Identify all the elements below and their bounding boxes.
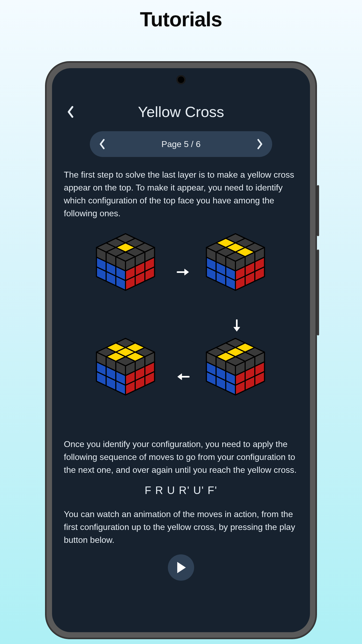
pager-next-button[interactable] xyxy=(254,139,265,149)
cube-config-2 xyxy=(195,228,276,315)
pager-pill: Page 5 / 6 xyxy=(90,131,272,157)
play-icon xyxy=(176,561,186,574)
play-button[interactable] xyxy=(168,554,194,581)
pager-label: Page 5 / 6 xyxy=(161,139,201,149)
front-camera xyxy=(176,75,186,84)
chevron-right-icon xyxy=(256,139,263,149)
screen-title: Yellow Cross xyxy=(64,103,298,120)
arrow-right-icon xyxy=(174,265,193,279)
cube-config-3 xyxy=(195,332,276,419)
play-hint-paragraph: You can watch an animation of the moves … xyxy=(64,508,298,546)
pager-prev-button[interactable] xyxy=(97,139,108,149)
algorithm-text: F R U R' U' F' xyxy=(64,484,298,496)
intro-paragraph: The first step to solve the last layer i… xyxy=(64,168,298,220)
instruction-paragraph: Once you identify your configuration, yo… xyxy=(64,438,298,476)
screen: Yellow Cross Page 5 / 6 The first step t… xyxy=(52,68,310,632)
cube-config-4 xyxy=(85,332,166,419)
app-header: Yellow Cross xyxy=(64,103,298,120)
phone-frame: Yellow Cross Page 5 / 6 The first step t… xyxy=(46,62,316,639)
page-heading: Tutorials xyxy=(0,8,362,31)
chevron-left-icon xyxy=(99,139,106,149)
cube-config-1 xyxy=(85,228,166,315)
cube-diagram xyxy=(64,228,298,426)
arrow-left-icon xyxy=(174,370,193,383)
